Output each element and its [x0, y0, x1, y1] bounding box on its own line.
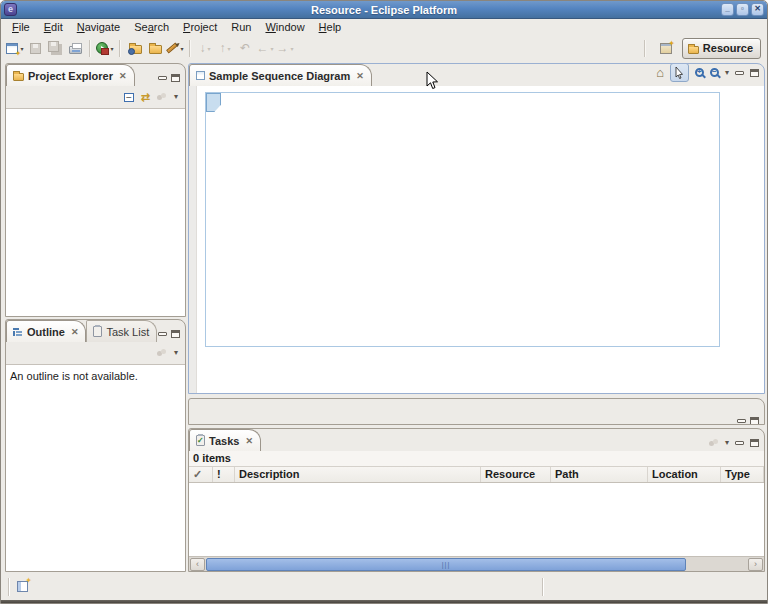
- tab-outline[interactable]: Outline ✕: [6, 320, 86, 342]
- editor-area: Sample Sequence Diagram ✕ ⌂ + − ▾: [188, 63, 765, 394]
- sequence-diagram-frame[interactable]: [205, 92, 720, 347]
- column-type[interactable]: Type: [721, 467, 764, 482]
- toolbar-separator: [89, 40, 91, 57]
- column-description[interactable]: Description: [235, 467, 481, 482]
- status-separator: [542, 578, 544, 596]
- diagram-canvas[interactable]: [189, 86, 764, 393]
- close-button[interactable]: ✕: [751, 3, 764, 16]
- highlighter-icon: [167, 43, 179, 54]
- empty-view-stack: [188, 398, 765, 425]
- new-wizard-button[interactable]: ▾: [5, 37, 25, 59]
- menu-project[interactable]: Project: [176, 21, 224, 33]
- collapse-all-icon[interactable]: –: [124, 93, 134, 102]
- print-button[interactable]: [65, 37, 85, 59]
- folder-badge-button[interactable]: [125, 37, 145, 59]
- select-tool-button[interactable]: [670, 63, 689, 82]
- tab-label: Outline: [27, 326, 65, 338]
- project-explorer-view: Project Explorer ✕ – ⇄ ▾: [5, 63, 186, 317]
- outline-view: Outline ✕ Task List ▾ An outline is not …: [5, 319, 186, 572]
- perspective-label: Resource: [703, 42, 753, 54]
- zoom-out-icon[interactable]: −: [710, 68, 719, 77]
- menu-run[interactable]: Run: [224, 21, 258, 33]
- tab-editor-sample-sequence-diagram[interactable]: Sample Sequence Diagram ✕: [189, 64, 372, 86]
- scrollbar-thumb[interactable]: |||: [206, 558, 686, 571]
- view-menu-icon[interactable]: ▾: [174, 93, 178, 101]
- minimize-button[interactable]: _: [721, 3, 734, 16]
- maximize-view-icon[interactable]: [171, 330, 180, 338]
- maximize-view-icon[interactable]: [171, 74, 180, 82]
- view-menu-icon[interactable]: ▾: [725, 69, 729, 77]
- tab-label: Tasks: [209, 435, 239, 447]
- diagram-editor-icon: [196, 71, 205, 80]
- close-icon[interactable]: ✕: [245, 436, 253, 446]
- save-all-button: [45, 37, 65, 59]
- scroll-left-button[interactable]: ‹: [190, 558, 205, 571]
- next-annotation-icon: ↓: [199, 41, 205, 55]
- frame-label-pentagon[interactable]: [206, 93, 221, 112]
- main-toolbar: ▾ ▾ ▾ ↓▾ ↑▾ ↶ ←▾ →▾ Resource: [1, 34, 767, 62]
- column-path[interactable]: Path: [551, 467, 648, 482]
- open-perspective-icon: [660, 43, 672, 54]
- close-icon[interactable]: ✕: [71, 327, 79, 337]
- close-icon[interactable]: ✕: [356, 71, 364, 81]
- back-icon: ←: [256, 41, 268, 55]
- run-icon: [96, 42, 108, 54]
- view-menu-icon[interactable]: ▾: [725, 439, 729, 447]
- column-resource[interactable]: Resource: [481, 467, 551, 482]
- close-icon[interactable]: ✕: [119, 71, 127, 81]
- minimize-view-icon[interactable]: [158, 332, 167, 336]
- tab-project-explorer[interactable]: Project Explorer ✕: [6, 64, 135, 86]
- last-edit-location-button: ↶: [235, 37, 255, 59]
- minimize-view-icon[interactable]: [735, 71, 744, 75]
- menu-bar: File Edit Navigate Search Project Run Wi…: [1, 19, 767, 34]
- tab-tasks[interactable]: Tasks ✕: [189, 429, 261, 451]
- column-location[interactable]: Location: [648, 467, 721, 482]
- tasks-table-header: ✓ ! Description Resource Path Location T…: [189, 466, 764, 483]
- last-edit-location-icon: ↶: [240, 41, 250, 55]
- perspective-resource-button[interactable]: Resource: [682, 38, 761, 59]
- home-icon[interactable]: ⌂: [656, 66, 664, 79]
- zoom-in-icon[interactable]: +: [695, 68, 704, 77]
- link-with-editor-icon[interactable]: ⇄: [141, 92, 150, 103]
- maximize-view-icon[interactable]: [750, 69, 759, 77]
- tab-task-list[interactable]: Task List: [86, 320, 157, 342]
- tasks-count: 0 items: [189, 451, 764, 466]
- view-menu-icon[interactable]: ▾: [174, 349, 178, 357]
- folder-open-button[interactable]: [145, 37, 165, 59]
- minimize-view-icon[interactable]: [737, 419, 746, 423]
- maximize-view-icon[interactable]: [750, 417, 759, 425]
- title-bar: e Resource - Eclipse Platform _ ▫ ✕: [1, 1, 767, 19]
- outline-icon: [13, 327, 23, 337]
- minimize-view-icon[interactable]: [158, 76, 167, 80]
- next-annotation-button: ↓▾: [195, 37, 215, 59]
- fast-view-icon[interactable]: [17, 581, 28, 592]
- menu-edit[interactable]: Edit: [37, 21, 70, 33]
- horizontal-scrollbar: ‹ ||| ›: [189, 556, 764, 571]
- highlighter-button[interactable]: ▾: [165, 37, 185, 59]
- tasks-table-body[interactable]: [189, 483, 764, 556]
- tab-label: Task List: [106, 326, 149, 338]
- menu-navigate[interactable]: Navigate: [70, 21, 127, 33]
- tasks-icon: [196, 435, 205, 446]
- tab-label: Project Explorer: [28, 70, 113, 82]
- column-priority[interactable]: !: [213, 467, 235, 482]
- scroll-right-button[interactable]: ›: [748, 558, 763, 571]
- external-tools-button[interactable]: ▾: [95, 37, 115, 59]
- menu-help[interactable]: Help: [312, 21, 349, 33]
- project-explorer-tree[interactable]: [6, 108, 185, 316]
- menu-search[interactable]: Search: [127, 21, 176, 33]
- print-icon: [69, 46, 82, 54]
- maximize-view-icon[interactable]: [750, 439, 759, 447]
- new-wizard-icon: [6, 43, 18, 54]
- diagram-ruler: [189, 86, 197, 393]
- minimize-view-icon[interactable]: [735, 441, 744, 445]
- menu-window[interactable]: Window: [258, 21, 311, 33]
- menu-file[interactable]: File: [5, 21, 37, 33]
- column-completed[interactable]: ✓: [189, 467, 213, 482]
- back-button: ←▾: [255, 37, 275, 59]
- status-bar: [5, 576, 763, 600]
- maximize-button[interactable]: ▫: [736, 3, 749, 16]
- previous-annotation-icon: ↑: [219, 41, 225, 55]
- open-perspective-button[interactable]: [656, 37, 676, 59]
- outline-message: An outline is not available.: [6, 365, 185, 387]
